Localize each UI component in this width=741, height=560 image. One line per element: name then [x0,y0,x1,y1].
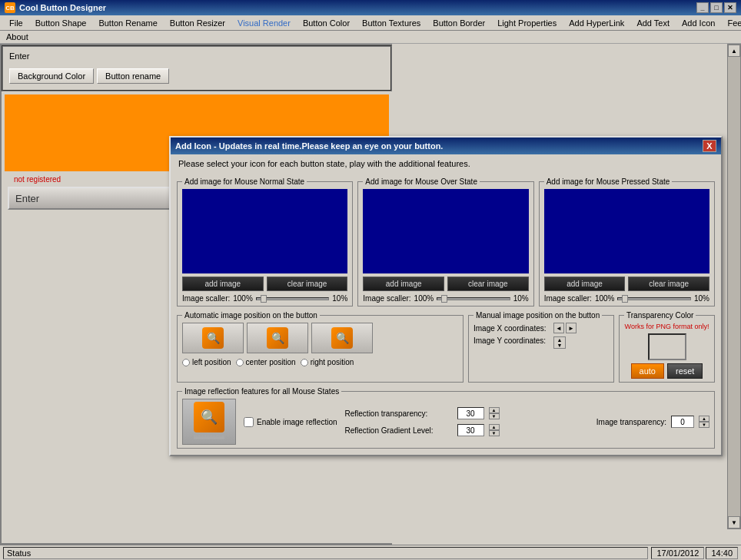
x-coord-left-button[interactable]: ◄ [553,323,564,333]
reflection-legend: Image reflection features for all Mouse … [182,387,341,396]
main-scrollbar[interactable]: ▲ ▼ [727,44,741,529]
x-coord-label: Image X coordinates: [474,324,550,333]
menu-feedback[interactable]: Feedback [721,17,741,29]
manual-position-group: Manual image position on the button Imag… [468,311,614,383]
reflection-right: Reflection transparency: ▲ ▼ Reflection … [345,407,589,436]
window-title: Cool Button Designer [19,3,106,12]
menu-button-shape[interactable]: Button Shape [29,17,93,29]
menu-button-rename[interactable]: Button Rename [92,17,163,29]
pressed-scaler-thumb[interactable] [622,295,628,303]
center-position-radio[interactable] [236,359,244,366]
menu-light-properties[interactable]: Light Properties [491,17,563,29]
over-clear-image-button[interactable]: clear image [447,277,529,291]
reflection-gradient-label: Reflection Gradient Level: [345,426,453,435]
dialog-close-button[interactable]: X [703,140,716,152]
left-position-label[interactable]: left position [182,358,231,366]
over-scaler-label: Image scaller: [363,294,410,303]
normal-scaler-label: Image scaller: [182,294,230,303]
position-icon-center: 🔍 [247,323,308,353]
refl-transparency-down[interactable]: ▼ [489,413,500,419]
button-rename-button[interactable]: Button rename [97,68,169,84]
pressed-scaler-track[interactable] [617,297,690,300]
left-position-text: left position [192,358,231,366]
normal-scaler-track[interactable] [256,297,329,300]
enable-reflection-checkbox[interactable] [244,417,254,427]
position-section: Automatic image position on the button 🔍… [171,311,721,387]
right-position-radio[interactable] [301,359,308,366]
transparency-warning: Works for PNG format only! [624,323,709,330]
menu-button-color[interactable]: Button Color [297,17,356,29]
status-date: 17/01/2012 [651,547,704,559]
over-add-image-button[interactable]: add image [363,277,444,291]
normal-scaler-max: 10% [332,294,347,303]
right-pos-icon: 🔍 [331,327,353,349]
menu-button-textures[interactable]: Button Textures [356,17,427,29]
normal-add-image-button[interactable]: add image [182,277,264,291]
center-position-label[interactable]: center position [236,358,296,366]
normal-clear-image-button[interactable]: clear image [267,277,348,291]
image-transparency-spinner: ▲ ▼ [699,416,709,428]
position-icon-right: 🔍 [311,323,373,353]
reflection-preview: 🔍 [182,399,236,445]
maximize-button[interactable]: □ [710,2,723,13]
reflection-gradient-input[interactable] [457,424,484,436]
normal-state-buttons: add image clear image [182,277,347,291]
right-position-label[interactable]: right position [301,358,354,366]
over-state-group: Add image for Mouse Over State add image… [357,177,533,307]
reflection-inner: 🔍 Enable image reflection Reflection tra… [182,399,709,445]
dialog-title-bar: Add Icon - Updates in real time.Please k… [171,138,721,154]
over-scaler-track[interactable] [437,297,510,300]
auto-position-group: Automatic image position on the button 🔍… [177,311,464,383]
menu-add-hyperlink[interactable]: Add HyperLink [563,17,630,29]
pressed-state-canvas [544,189,709,273]
pressed-clear-image-button[interactable]: clear image [628,277,709,291]
reflection-controls: Enable image reflection [244,417,337,427]
y-coord-down-button[interactable]: ▼ [554,343,565,348]
image-transparency-input[interactable] [671,416,694,428]
menu-add-icon[interactable]: Add Icon [676,17,721,29]
x-coord-right-button[interactable]: ► [566,323,577,333]
over-scaler-thumb[interactable] [441,295,447,303]
menu-button-border[interactable]: Button Border [427,17,491,29]
left-position-radio[interactable] [182,359,190,366]
normal-scaler-min: 100% [233,294,253,303]
over-state-canvas [363,189,528,273]
over-scaler-row: Image scaller: 100% 10% [363,294,528,303]
minimize-button[interactable]: _ [696,2,709,13]
menu-visual-render[interactable]: Visual Render [231,17,297,29]
normal-scaler-thumb[interactable] [261,295,267,303]
image-transparency-row: Image transparency: ▲ ▼ [596,416,709,428]
dialog-subtitle: Please select your icon for each button … [171,154,721,173]
right-position-text: right position [311,358,354,366]
status-text: Status [3,547,648,559]
enable-reflection-label[interactable]: Enable image reflection [244,417,337,427]
menu-file[interactable]: File [3,17,29,29]
reset-button[interactable]: reset [667,363,703,379]
normal-state-group: Add image for Mouse Normal State add ima… [177,177,353,307]
background-color-button[interactable]: Background Color [9,68,94,84]
reflection-transparency-input[interactable] [457,407,484,419]
scroll-up-arrow[interactable]: ▲ [728,45,740,57]
pressed-state-group: Add image for Mouse Pressed State add im… [539,177,715,307]
scroll-down-arrow[interactable]: ▼ [728,516,740,529]
about-label[interactable]: About [6,32,28,41]
img-transparency-up[interactable]: ▲ [699,416,709,422]
auto-button[interactable]: auto [631,363,664,379]
left-pos-icon: 🔍 [202,327,224,349]
status-time: 14:40 [706,547,738,559]
menu-button-resizer[interactable]: Button Resizer [164,17,231,29]
position-icons-row: 🔍 🔍 🔍 [182,323,458,353]
refl-transparency-up[interactable]: ▲ [489,407,500,413]
menu-add-text[interactable]: Add Text [630,17,676,29]
y-coord-up-button[interactable]: ▲ [554,337,565,343]
transparency-legend: Transparency Color [624,311,696,320]
normal-scaler-row: Image scaller: 100% 10% [182,294,347,303]
refl-gradient-up[interactable]: ▲ [489,424,500,430]
pressed-add-image-button[interactable]: add image [544,277,626,291]
refl-gradient-down[interactable]: ▼ [489,430,500,436]
img-transparency-down[interactable]: ▼ [699,422,709,428]
transparency-color-box[interactable] [648,333,686,360]
about-bar: About [0,31,741,44]
not-registered-text: not registered [8,174,67,185]
close-button[interactable]: ✕ [724,2,736,13]
